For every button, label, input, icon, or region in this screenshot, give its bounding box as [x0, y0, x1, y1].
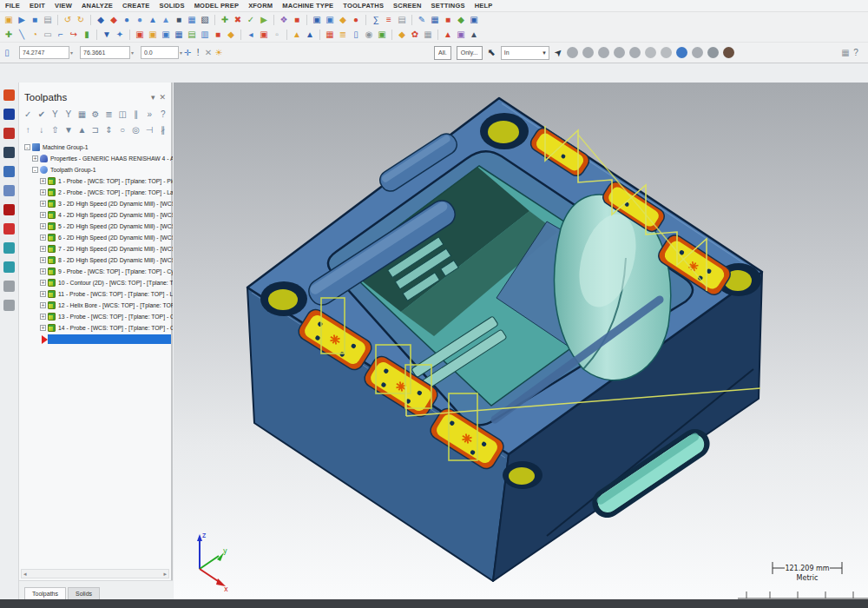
- toolbar-icon[interactable]: ◂: [246, 30, 256, 40]
- quick-mask-circle-button[interactable]: [598, 47, 609, 58]
- insert-position-row[interactable]: [19, 334, 173, 345]
- toolbar-icon[interactable]: ↪: [69, 30, 79, 40]
- side-strip-icon[interactable]: [3, 300, 15, 311]
- panel-toolbar-icon[interactable]: ▼: [63, 124, 75, 135]
- side-strip-icon[interactable]: [3, 242, 15, 254]
- toolbar-icon[interactable]: ■: [213, 30, 223, 40]
- quick-mask-circle-button[interactable]: [676, 47, 687, 58]
- toolpath-tree-item[interactable]: +6 - 2D High Speed (2D Dynamic Mill) - […: [19, 232, 173, 243]
- toolbar-icon[interactable]: ▤: [187, 30, 197, 40]
- autocursor-icon[interactable]: !: [193, 48, 203, 58]
- toolbar-icon[interactable]: ╲: [16, 30, 27, 40]
- menu-model-prep[interactable]: MODEL PREP: [194, 2, 239, 10]
- tree-expand-icon[interactable]: +: [40, 246, 46, 252]
- menu-edit[interactable]: EDIT: [30, 2, 45, 10]
- panel-toolbar-icon[interactable]: ○: [117, 124, 128, 135]
- toolbar-icon[interactable]: ▣: [377, 30, 387, 40]
- toolbar-icon[interactable]: ▤: [43, 15, 53, 25]
- scroll-left-icon[interactable]: ◂: [23, 571, 27, 578]
- tree-expand-icon[interactable]: +: [40, 291, 46, 297]
- toolbar-icon[interactable]: ◉: [364, 30, 374, 40]
- side-strip-icon[interactable]: [3, 204, 15, 215]
- menu-xform[interactable]: XFORM: [248, 2, 273, 10]
- toolbar-icon[interactable]: ■: [443, 15, 453, 25]
- toolbar-icon[interactable]: ✎: [417, 15, 427, 25]
- panel-toolbar-icon[interactable]: ◎: [130, 124, 141, 135]
- side-strip-icon[interactable]: [3, 166, 15, 177]
- toolbar-icon[interactable]: ▣: [469, 15, 479, 25]
- tree-expand-icon[interactable]: +: [40, 280, 46, 286]
- toolpath-tree-item[interactable]: +11 - Probe - [WCS: TOP] - [Tplane: TOP]…: [19, 288, 173, 300]
- coord-y-dropdown-icon[interactable]: ▾: [131, 50, 134, 56]
- panel-toolbar-icon[interactable]: ▦: [76, 109, 88, 120]
- tab-solids[interactable]: Solids: [68, 587, 100, 599]
- tree-expand-icon[interactable]: +: [40, 257, 46, 263]
- toolbar-icon[interactable]: ▲: [305, 30, 315, 40]
- side-strip-icon[interactable]: [3, 281, 15, 292]
- tree-expand-icon[interactable]: +: [40, 223, 46, 229]
- panel-close-icon[interactable]: ✕: [159, 93, 166, 102]
- quick-mask-circle-button[interactable]: [707, 47, 719, 58]
- toolbar-icon[interactable]: ▮: [82, 30, 92, 40]
- toolbar-icon[interactable]: ▲: [161, 15, 171, 25]
- panel-toolbar-icon[interactable]: ◫: [117, 109, 128, 120]
- toolbar-icon[interactable]: ▯: [351, 30, 361, 40]
- quick-mask-circle-button[interactable]: [614, 47, 625, 58]
- menu-analyze[interactable]: ANALYZE: [82, 2, 113, 10]
- select-only-button[interactable]: Only...: [457, 46, 483, 60]
- toolbar-icon[interactable]: ↻: [76, 15, 86, 25]
- insert-arrow-icon[interactable]: [42, 335, 48, 344]
- toolbar-icon[interactable]: ✖: [233, 15, 243, 25]
- quick-mask-circle-button[interactable]: [723, 47, 734, 58]
- toolpath-tree-item[interactable]: -Machine Group-1: [19, 142, 173, 153]
- quick-mask-circle-button[interactable]: [645, 47, 656, 58]
- toolbar-icon[interactable]: ◆: [397, 30, 407, 40]
- toolbar-icon[interactable]: ▣: [456, 30, 466, 40]
- graphics-viewport[interactable]: z y x 121.209 mm Metric: [174, 83, 868, 599]
- toolbar-icon[interactable]: ≣: [338, 30, 348, 40]
- panel-toolbar-icon[interactable]: ↓: [36, 124, 48, 135]
- toolpath-tree-item[interactable]: +14 - Probe - [WCS: TOP] - [Tplane: TOP]…: [19, 322, 173, 334]
- panel-pin-icon[interactable]: ▾: [151, 93, 155, 102]
- toolbar-icon[interactable]: ▼: [102, 30, 112, 40]
- panel-toolbar-icon[interactable]: Y: [49, 109, 61, 120]
- toolpath-tree-item[interactable]: -Toolpath Group-1: [19, 164, 173, 175]
- toolbar-icon[interactable]: ▶: [259, 15, 269, 25]
- toolpath-tree-item[interactable]: +1 - Probe - [WCS: TOP] - [Tplane: TOP] …: [19, 175, 173, 187]
- panel-toolbar-icon[interactable]: ?: [157, 109, 168, 120]
- panel-toolbar-icon[interactable]: ⚙: [90, 109, 102, 120]
- quick-mask-circle-button[interactable]: [661, 47, 672, 58]
- quick-mask-circle-button[interactable]: [567, 47, 578, 58]
- toolbar-icon[interactable]: ◆: [108, 15, 119, 25]
- menu-screen[interactable]: SCREEN: [393, 2, 421, 10]
- help-icon[interactable]: ▦: [840, 48, 851, 58]
- panel-toolbar-icon[interactable]: »: [144, 109, 155, 120]
- panel-toolbar-icon[interactable]: ⊐: [90, 124, 102, 135]
- side-strip-icon[interactable]: [3, 185, 15, 196]
- toolpath-tree-item[interactable]: +Properties - GENERIC HAAS RENISHAW 4 - …: [19, 153, 173, 164]
- toolpath-tree-item[interactable]: +5 - 2D High Speed (2D Dynamic Mill) - […: [19, 221, 173, 232]
- side-strip-icon[interactable]: [3, 147, 15, 158]
- tree-expand-icon[interactable]: +: [40, 302, 46, 308]
- tab-toolpaths[interactable]: Toolpaths: [24, 587, 66, 599]
- toolbar-icon[interactable]: ✚: [3, 30, 14, 40]
- toolbar-icon[interactable]: ▣: [3, 15, 14, 25]
- toolbar-icon[interactable]: ●: [122, 15, 132, 25]
- panel-toolbar-icon[interactable]: ∦: [157, 124, 168, 135]
- panel-toolbar-icon[interactable]: ⇧: [49, 124, 61, 135]
- help-icon[interactable]: ?: [851, 48, 861, 58]
- select-all-button[interactable]: All.: [434, 46, 451, 60]
- menu-machine-type[interactable]: MACHINE TYPE: [282, 2, 333, 10]
- tree-expand-icon[interactable]: +: [40, 201, 46, 207]
- toolbar-icon[interactable]: ▦: [325, 30, 335, 40]
- tree-expand-icon[interactable]: +: [40, 268, 46, 274]
- toolpath-tree-item[interactable]: +8 - 2D High Speed (2D Dynamic Mill) - […: [19, 254, 173, 266]
- toolpath-tree-item[interactable]: +3 - 2D High Speed (2D Dynamic Mill) - […: [19, 198, 173, 209]
- toolbar-icon[interactable]: ▣: [312, 15, 322, 25]
- toolbar-icon[interactable]: ▲: [469, 30, 479, 40]
- side-strip-icon[interactable]: [3, 223, 15, 235]
- menu-file[interactable]: FILE: [5, 2, 20, 10]
- coord-z-field[interactable]: [141, 46, 179, 59]
- panel-toolbar-icon[interactable]: ≣: [103, 109, 115, 120]
- toolpath-tree-item[interactable]: +2 - Probe - [WCS: TOP] - [Tplane: TOP] …: [19, 187, 173, 198]
